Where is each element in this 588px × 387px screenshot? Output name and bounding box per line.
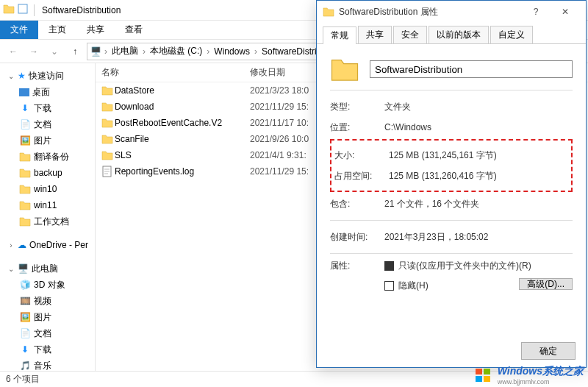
nav-forward-button[interactable]: →	[25, 43, 43, 60]
dialog-tabs: 常规 共享 安全 以前的版本 自定义	[317, 23, 586, 44]
pc-icon: 🖥️	[90, 46, 101, 57]
dialog-help-button[interactable]: ?	[521, 7, 551, 17]
ok-button[interactable]: 确定	[521, 342, 576, 360]
svg-rect-4	[476, 376, 482, 382]
nav-work-docs[interactable]: 工作文档	[0, 213, 95, 230]
nav-win11[interactable]: win11	[0, 197, 95, 213]
windows-logo-icon	[474, 366, 493, 385]
crumb-thispc[interactable]: 此电脑	[110, 45, 140, 57]
nav-videos[interactable]: 🎞️视频	[0, 293, 95, 309]
dialog-titlebar: SoftwareDistribution 属性 ? ✕	[317, 1, 586, 23]
checkbox-icon	[384, 281, 394, 291]
nav-back-button[interactable]: ←	[4, 43, 22, 60]
file-name: PostRebootEventCache.V2	[115, 118, 250, 128]
nav-downloads[interactable]: ⬇下载	[0, 100, 95, 116]
navigation-pane: ⌄★快速访问 桌面 ⬇下载 📄文档 🖼️图片 翻译备份 backup win10…	[0, 63, 96, 371]
folder-name-input[interactable]	[370, 60, 573, 78]
tab-security[interactable]: 安全	[393, 26, 427, 43]
status-text: 6 个项目	[6, 373, 40, 386]
nav-pictures2[interactable]: 🖼️图片	[0, 309, 95, 325]
file-name: ScanFile	[115, 134, 250, 144]
window-title: SoftwareDistribution	[42, 5, 121, 15]
folder-icon	[100, 149, 115, 161]
nav-win10[interactable]: win10	[0, 181, 95, 197]
folder-icon	[100, 133, 115, 145]
tab-home[interactable]: 主页	[38, 21, 76, 39]
svg-rect-3	[484, 369, 490, 374]
nav-translate-backup[interactable]: 翻译备份	[0, 149, 95, 165]
folder-icon	[100, 117, 115, 129]
file-name: ReportingEvents.log	[115, 166, 250, 177]
checkbox-icon	[384, 261, 394, 271]
properties-icon[interactable]	[18, 4, 28, 16]
tab-custom[interactable]: 自定义	[490, 26, 533, 43]
svg-rect-1	[18, 4, 27, 13]
app-folder-icon	[3, 3, 15, 17]
nav-downloads2[interactable]: ⬇下载	[0, 341, 95, 358]
tab-previous[interactable]: 以前的版本	[429, 26, 489, 43]
col-name[interactable]: 名称	[96, 66, 250, 79]
crumb-windows[interactable]: Windows	[212, 46, 251, 57]
nav-recent-button[interactable]: ⌄	[46, 43, 63, 60]
file-name: Download	[115, 102, 250, 112]
size-highlight-box: 大小:125 MB (131,245,161 字节) 占用空间:125 MB (…	[330, 139, 573, 192]
watermark: Windows系统之家 www.bjjmmlv.com	[474, 365, 584, 386]
tab-file[interactable]: 文件	[0, 21, 38, 39]
location-value: C:\Windows	[384, 122, 573, 132]
disk-value: 125 MB (131,260,416 字节)	[389, 170, 568, 182]
nav-quick-access[interactable]: ⌄★快速访问	[0, 68, 95, 84]
type-value: 文件夹	[384, 101, 573, 113]
nav-music[interactable]: 🎵音乐	[0, 358, 95, 371]
nav-desktop[interactable]: 桌面	[0, 84, 95, 100]
crumb-drive[interactable]: 本地磁盘 (C:)	[148, 45, 204, 57]
nav-onedrive[interactable]: ›☁OneDrive - Per	[0, 237, 95, 253]
quick-access-toolbar	[3, 3, 37, 17]
readonly-checkbox[interactable]: 只读(仅应用于文件夹中的文件)(R)	[384, 260, 573, 272]
file-name: SLS	[115, 150, 250, 160]
tab-view[interactable]: 查看	[115, 21, 153, 39]
nav-3d[interactable]: 🧊3D 对象	[0, 277, 95, 293]
nav-thispc[interactable]: ⌄🖥️此电脑	[0, 260, 95, 277]
properties-dialog: SoftwareDistribution 属性 ? ✕ 常规 共享 安全 以前的…	[316, 0, 587, 368]
file-name: DataStore	[115, 85, 250, 96]
nav-documents2[interactable]: 📄文档	[0, 325, 95, 341]
svg-rect-2	[476, 369, 482, 374]
size-value: 125 MB (131,245,161 字节)	[389, 149, 568, 162]
advanced-button[interactable]: 高级(D)...	[519, 278, 573, 290]
svg-rect-5	[484, 376, 490, 382]
big-folder-icon	[330, 54, 359, 84]
contains-value: 21 个文件，16 个文件夹	[384, 198, 573, 210]
created-value: 2021年3月23日，18:05:02	[384, 231, 573, 244]
file-icon	[100, 166, 115, 177]
tab-share[interactable]: 共享	[76, 21, 115, 39]
nav-documents[interactable]: 📄文档	[0, 116, 95, 132]
nav-up-button[interactable]: ↑	[66, 43, 84, 60]
tab-general[interactable]: 常规	[323, 26, 356, 44]
nav-pictures[interactable]: 🖼️图片	[0, 132, 95, 149]
dialog-folder-icon	[323, 6, 334, 18]
nav-backup[interactable]: backup	[0, 165, 95, 181]
folder-icon	[100, 85, 115, 96]
dialog-close-button[interactable]: ✕	[551, 7, 580, 17]
tab-share[interactable]: 共享	[358, 26, 392, 43]
dialog-title: SoftwareDistribution 属性	[339, 6, 438, 18]
folder-icon	[100, 101, 115, 113]
